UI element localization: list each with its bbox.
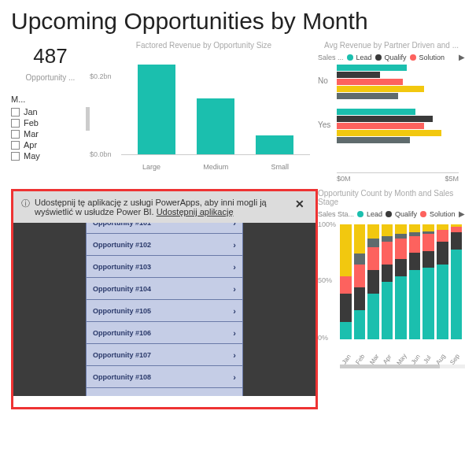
bar[interactable] [337,109,415,115]
bar[interactable] [337,65,407,71]
list-item[interactable]: Opportunity #108› [86,366,243,388]
opportunity-list[interactable]: Opportunity #101›Opportunity #102›Opport… [86,223,243,396]
segment[interactable] [451,227,463,232]
bar[interactable] [337,130,441,136]
chevron-right-icon: › [233,372,236,382]
list-item[interactable]: Opportunity #102› [86,234,243,256]
bar[interactable] [337,72,380,78]
segment[interactable] [409,236,421,254]
segment[interactable] [367,224,379,239]
segment[interactable] [367,270,379,293]
slicer-item[interactable]: Apr [11,140,90,150]
segment[interactable] [354,310,366,339]
segment[interactable] [409,270,421,339]
legend-next-icon[interactable]: ▶ [459,209,465,218]
segment[interactable] [422,268,434,339]
segment[interactable] [437,242,448,265]
list-item-label: Opportunity #104 [93,285,151,293]
slicer-item[interactable]: May [11,151,90,161]
segment[interactable] [367,239,379,248]
segment[interactable] [437,265,448,339]
bar[interactable] [337,116,433,122]
segment[interactable] [382,224,393,236]
stacked-column[interactable] [451,224,463,339]
checkbox[interactable] [11,152,20,161]
segment[interactable] [367,294,379,339]
segment[interactable] [382,242,393,265]
stacked-column[interactable] [437,224,448,339]
chart-opportunity-count[interactable]: Opportunity Count by Month and Sales Sta… [318,189,465,409]
segment[interactable] [354,224,366,254]
segment[interactable] [354,287,366,310]
segment[interactable] [382,265,393,282]
segment[interactable] [354,254,366,265]
segment[interactable] [451,250,463,339]
segment[interactable] [395,224,407,234]
stacked-column[interactable] [340,224,352,339]
bar[interactable] [197,98,234,154]
share-app-link[interactable]: Udostępnij aplikację [157,207,234,216]
stacked-column[interactable] [409,224,421,339]
segment[interactable] [367,247,379,270]
list-item[interactable]: Opportunity #104› [86,278,243,300]
metric-value: 487 [11,44,90,68]
stacked-column[interactable] [367,224,379,339]
segment[interactable] [437,224,448,230]
chart-factored-revenue[interactable]: Factored Revenue by Opportunity Size $0.… [90,41,318,183]
list-item[interactable]: Opportunity #107› [86,344,243,366]
segment[interactable] [395,276,407,339]
chevron-right-icon: › [233,394,236,397]
stacked-column[interactable] [395,224,407,339]
segment[interactable] [340,322,352,339]
legend-item: Solution [419,54,445,61]
segment[interactable] [382,236,393,242]
segment[interactable] [340,276,352,294]
list-item[interactable]: Opportunity #101› [86,223,243,234]
segment[interactable] [422,234,434,251]
segment[interactable] [395,239,407,259]
checkbox[interactable] [11,141,20,150]
checkbox[interactable] [11,119,20,128]
bar[interactable] [337,86,424,92]
segment[interactable] [340,224,352,276]
checkbox[interactable] [11,130,20,139]
bar[interactable] [337,79,403,85]
slicer-month[interactable]: M... JanFebMarAprMay [11,94,90,179]
list-item[interactable]: Opportunity #105› [86,300,243,322]
list-item[interactable]: Opportunity #109› [86,388,243,396]
stacked-column[interactable] [422,224,434,339]
list-item[interactable]: Opportunity #103› [86,256,243,278]
chart-avg-revenue[interactable]: Avg Revenue by Partner Driven and ... Sa… [318,41,465,183]
segment[interactable] [422,251,434,268]
bar[interactable] [138,65,175,154]
chart-scrollbar[interactable] [340,365,465,368]
stacked-column[interactable] [382,224,393,339]
segment[interactable] [354,265,366,287]
list-item-label: Opportunity #106 [93,329,151,337]
bar[interactable] [337,123,424,129]
info-icon: ⓘ [21,198,30,216]
segment[interactable] [409,224,421,232]
slicer-item[interactable]: Jan [11,107,90,117]
list-item-label: Opportunity #107 [93,351,151,359]
bar[interactable] [337,93,398,99]
legend-next-icon[interactable]: ▶ [459,53,465,61]
segment[interactable] [340,294,352,323]
legend-item: Solution [430,210,456,218]
x-label: Jan [341,353,352,366]
segment[interactable] [409,253,421,270]
close-icon[interactable]: ✕ [292,198,308,216]
slicer-item[interactable]: Feb [11,118,90,128]
bar[interactable] [337,137,410,143]
list-item[interactable]: Opportunity #106› [86,322,243,344]
slicer-item[interactable]: Mar [11,129,90,139]
segment[interactable] [422,224,434,231]
swatch-lead [347,54,353,61]
segment[interactable] [451,232,463,250]
segment[interactable] [382,282,393,339]
stacked-column[interactable] [354,224,366,339]
segment[interactable] [395,259,407,276]
checkbox[interactable] [11,108,20,117]
segment[interactable] [437,230,448,242]
bar[interactable] [256,135,293,154]
